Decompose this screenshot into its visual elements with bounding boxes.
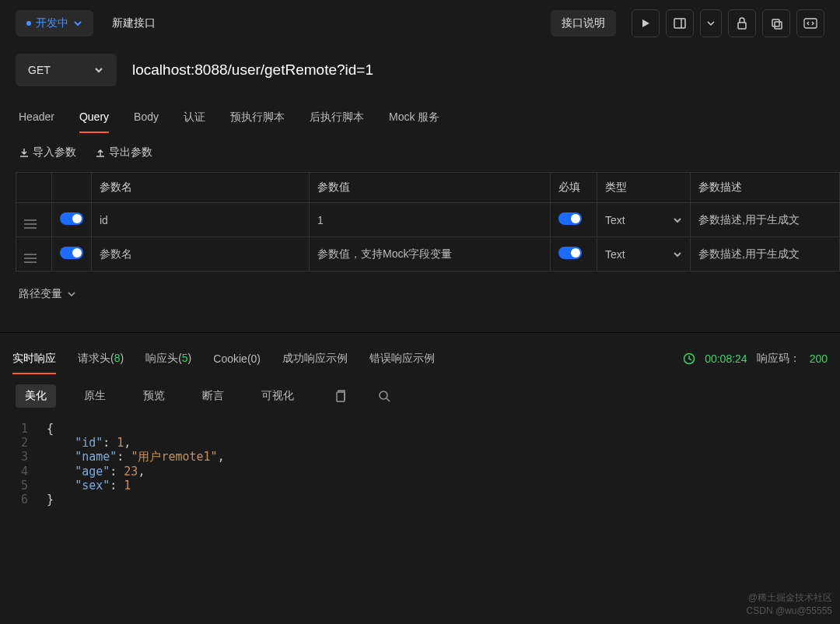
vtab-pretty[interactable]: 美化 xyxy=(16,384,56,408)
copy-button[interactable] xyxy=(762,9,790,37)
path-vars-label: 路径变量 xyxy=(19,287,62,301)
path-vars-toggle[interactable]: 路径变量 xyxy=(0,272,840,317)
status-badge[interactable]: 开发中 xyxy=(16,10,93,37)
chevron-down-icon xyxy=(707,19,715,27)
param-name-cell[interactable]: id xyxy=(92,203,310,237)
tab-mock[interactable]: Mock 服务 xyxy=(389,103,439,132)
vtab-visual[interactable]: 可视化 xyxy=(252,384,303,408)
code-line: 6} xyxy=(0,493,840,507)
param-name-cell[interactable]: 参数名 xyxy=(92,237,310,272)
param-desc-cell[interactable]: 参数描述,用于生成文 xyxy=(691,203,840,237)
download-icon xyxy=(19,147,30,158)
enable-toggle[interactable] xyxy=(60,212,83,225)
param-desc-cell[interactable]: 参数描述,用于生成文 xyxy=(691,237,840,272)
svg-rect-3 xyxy=(772,19,779,26)
rtab-error-example[interactable]: 错误响应示例 xyxy=(369,344,435,373)
header-type: 类型 xyxy=(597,173,691,203)
header-required: 必填 xyxy=(551,173,597,203)
method-value: GET xyxy=(28,64,51,76)
vtab-assert[interactable]: 断言 xyxy=(193,384,233,408)
header-name: 参数名 xyxy=(92,173,310,203)
toolbar-icons xyxy=(624,9,824,37)
export-label: 导出参数 xyxy=(109,145,152,160)
rtab-request-headers[interactable]: 请求头(8) xyxy=(78,344,124,373)
svg-rect-2 xyxy=(738,23,746,29)
param-actions: 导入参数 导出参数 xyxy=(0,133,840,172)
header-value: 参数值 xyxy=(310,173,551,203)
export-params-button[interactable]: 导出参数 xyxy=(95,145,152,160)
response-tabs: 实时响应 请求头(8) 响应头(5) Cookie(0) 成功响应示例 错误响应… xyxy=(0,333,840,373)
top-bar: 开发中 新建接口 接口说明 xyxy=(0,0,840,47)
svg-line-9 xyxy=(387,398,390,401)
search-response-button[interactable] xyxy=(378,390,390,402)
chevron-down-icon xyxy=(673,250,682,259)
layout-icon xyxy=(674,18,686,29)
type-select[interactable]: Text xyxy=(605,248,682,261)
param-value-cell[interactable]: 参数值，支持Mock字段变量 xyxy=(310,237,551,272)
url-input[interactable] xyxy=(132,61,824,79)
svg-rect-0 xyxy=(674,19,685,28)
required-toggle[interactable] xyxy=(558,212,582,225)
response-status: 00:08:24 响应码： 200 xyxy=(683,352,828,366)
upload-icon xyxy=(95,147,106,158)
chevron-down-icon xyxy=(67,289,76,299)
chevron-down-icon xyxy=(673,216,682,225)
method-select[interactable]: GET xyxy=(16,54,117,86)
layout-button[interactable] xyxy=(666,9,694,37)
tab-post-script[interactable]: 后执行脚本 xyxy=(310,103,364,132)
svg-rect-7 xyxy=(337,392,345,401)
lock-button[interactable] xyxy=(728,9,756,37)
code-line: 5 "sex": 1 xyxy=(0,479,840,493)
search-icon xyxy=(378,390,390,402)
response-time: 00:08:24 xyxy=(705,352,747,365)
param-table: 参数名 参数值 必填 类型 参数描述 id 1 Text 参数描述,用于生成文 xyxy=(16,172,840,272)
rtab-response-headers[interactable]: 响应头(5) xyxy=(145,344,191,373)
vtab-preview[interactable]: 预览 xyxy=(134,384,174,408)
param-value-cell[interactable]: 1 xyxy=(310,203,551,237)
rtab-realtime[interactable]: 实时响应 xyxy=(12,344,56,373)
url-row: GET xyxy=(0,47,840,93)
request-tabs: Header Query Body 认证 预执行脚本 后执行脚本 Mock 服务 xyxy=(0,93,840,133)
import-label: 导入参数 xyxy=(33,145,76,160)
play-icon xyxy=(640,18,651,29)
clock-icon xyxy=(683,352,695,365)
code-label: 响应码： xyxy=(757,352,800,366)
type-select[interactable]: Text xyxy=(605,214,682,226)
tab-query[interactable]: Query xyxy=(79,103,109,132)
desc-button[interactable]: 接口说明 xyxy=(551,10,616,37)
tab-body[interactable]: Body xyxy=(134,103,159,132)
status-label: 开发中 xyxy=(36,16,68,30)
import-params-button[interactable]: 导入参数 xyxy=(19,145,76,160)
copy-icon xyxy=(334,389,347,403)
drag-handle-icon[interactable] xyxy=(24,219,37,229)
status-dot xyxy=(26,21,31,26)
tab-pre-script[interactable]: 预执行脚本 xyxy=(230,103,285,132)
type-value: Text xyxy=(605,248,625,261)
rtab-cookie[interactable]: Cookie(0) xyxy=(213,345,261,373)
response-area: 实时响应 请求头(8) 响应头(5) Cookie(0) 成功响应示例 错误响应… xyxy=(0,332,840,510)
watermark: @稀土掘金技术社区 CSDN @wu@55555 xyxy=(747,591,832,618)
tab-name: 新建接口 xyxy=(101,10,166,37)
code-line: 1{ xyxy=(0,422,840,436)
vtab-raw[interactable]: 原生 xyxy=(75,384,115,408)
tab-auth[interactable]: 认证 xyxy=(184,103,205,132)
rtab-success-example[interactable]: 成功响应示例 xyxy=(282,344,348,373)
table-row: 参数名 参数值，支持Mock字段变量 Text 参数描述,用于生成文 xyxy=(16,237,840,272)
copy-icon xyxy=(770,17,782,30)
code-line: 4 "age": 23, xyxy=(0,464,840,479)
drag-handle-icon[interactable] xyxy=(24,254,37,263)
enable-toggle[interactable] xyxy=(60,247,83,259)
response-code: 200 xyxy=(810,352,828,365)
required-toggle[interactable] xyxy=(558,247,582,259)
layout-dropdown[interactable] xyxy=(700,9,722,37)
tab-header[interactable]: Header xyxy=(19,103,54,132)
chevron-down-icon xyxy=(73,19,82,28)
view-tabs: 美化 原生 预览 断言 可视化 xyxy=(0,373,840,419)
code-line: 3 "name": "用户remote1", xyxy=(0,450,840,464)
svg-rect-4 xyxy=(775,22,782,29)
header-desc: 参数描述 xyxy=(691,173,840,203)
code-button[interactable] xyxy=(796,9,824,37)
copy-response-button[interactable] xyxy=(334,389,347,403)
table-header-row: 参数名 参数值 必填 类型 参数描述 xyxy=(16,173,840,203)
run-button[interactable] xyxy=(632,9,660,37)
